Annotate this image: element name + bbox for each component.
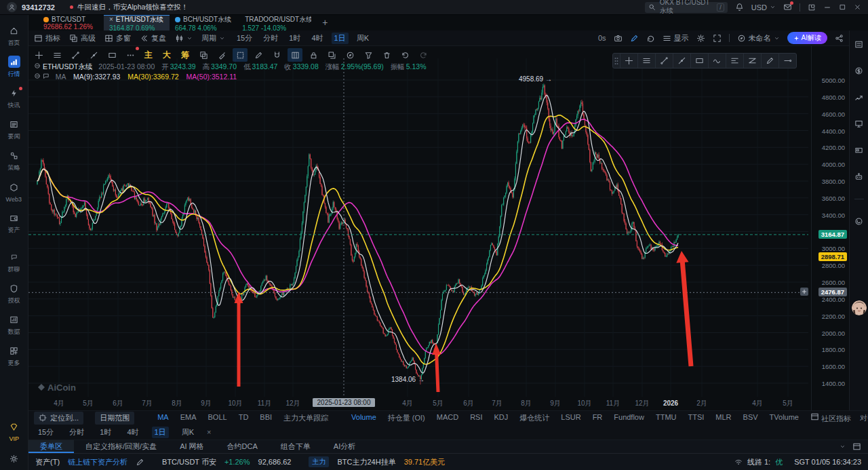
rail-trend-button[interactable] — [854, 93, 863, 102]
timeframe-chip-周K[interactable]: 周K — [179, 427, 197, 438]
float-tool-fib2[interactable] — [743, 54, 761, 68]
fullscreen-icon[interactable] — [713, 34, 722, 43]
symbol-tab-tradoor-usdt-[interactable]: TRADOOR/USDT永续1.527 -14.03% — [237, 15, 311, 31]
ma-settings-icon[interactable] — [43, 73, 50, 79]
template-selector[interactable]: 未命名 — [737, 33, 780, 43]
sidebar-item-news[interactable]: 要闻 — [0, 114, 28, 145]
chart-type-selector[interactable] — [175, 34, 193, 43]
symbol-tab-bch-usdt-[interactable]: BCH/USDT永续664.78 4.06% — [170, 15, 237, 31]
sidebar-item-data[interactable]: 数据 — [0, 309, 28, 340]
timeframe-chip-4时[interactable]: 4时 — [309, 33, 326, 44]
draw-tool-主[interactable]: 主 — [141, 48, 156, 62]
announcement-text[interactable]: 牛回速归，币安Alpha领惊喜空投！ — [77, 3, 188, 12]
user-avatar[interactable] — [7, 2, 17, 12]
toolbar-button-grid[interactable]: 多窗 — [104, 33, 131, 43]
timeframe-chip-1日[interactable]: 1日 — [332, 33, 349, 44]
search-box[interactable]: OKX BTC/USDT 永续 / — [645, 2, 728, 13]
toolbar-drag-handle[interactable] — [613, 54, 620, 68]
locate-button[interactable]: 定位到... — [34, 412, 83, 425]
indicator-fundflow[interactable]: Fundflow — [614, 413, 644, 423]
rail-coin-button[interactable] — [854, 66, 863, 75]
sidebar-item-vip[interactable]: VIP — [0, 416, 28, 447]
date-range-button[interactable]: 日期范围 — [95, 412, 134, 425]
overlay-ma[interactable]: MA — [157, 413, 169, 423]
draw-tool-select[interactable] — [233, 48, 248, 62]
indicator-mlr[interactable]: MLR — [715, 413, 731, 423]
draw-tool-trash[interactable] — [379, 48, 394, 62]
panel-icon[interactable] — [852, 442, 861, 451]
sidebar-item-chat[interactable]: 群聊 — [0, 247, 28, 278]
line-label[interactable]: 线路 1: — [747, 457, 770, 467]
timeframe-chip-15分[interactable]: 15分 — [35, 427, 56, 438]
draw-tool-magnet[interactable] — [269, 48, 284, 62]
indicator-rsi[interactable]: RSI — [470, 413, 482, 423]
edit-icon[interactable] — [136, 458, 144, 467]
float-tool-pencil[interactable] — [761, 54, 778, 68]
indicator-持仓量-oi-[interactable]: 持仓量 (OI) — [388, 413, 425, 423]
sidebar-item-wallet[interactable]: 资产 — [0, 208, 28, 239]
ai-analysis-button[interactable]: AI解读 — [787, 32, 827, 44]
rail-monitor-button[interactable] — [854, 119, 863, 128]
toolbar-button-pages[interactable]: 高级 — [69, 33, 96, 43]
draw-tool-copy[interactable] — [324, 48, 339, 62]
timeframe-chip-1时[interactable]: 1时 — [286, 33, 303, 44]
rail-robot-button[interactable] — [854, 172, 863, 181]
chevdown-icon[interactable] — [840, 444, 846, 450]
user-id[interactable]: 93412732 — [22, 3, 55, 12]
gear-icon[interactable] — [696, 34, 705, 43]
indicator-volume[interactable]: Volume — [351, 413, 376, 423]
screenshot-icon[interactable] — [808, 3, 816, 12]
draw-tool-undo[interactable] — [397, 48, 412, 62]
price-axis[interactable]: 1400.001600.001800.002000.002200.002400.… — [811, 43, 849, 410]
indicator-bsv[interactable]: BSV — [743, 413, 758, 423]
draw-tool-funnel[interactable] — [361, 48, 376, 62]
symbol-tab-eth-usdt-[interactable]: ×ETH/USDT永续3164.87 0.69% — [104, 15, 170, 31]
assets-label[interactable]: 资产(T) — [35, 457, 60, 467]
display-settings[interactable]: 显示 — [663, 33, 689, 43]
panel-tab-组合下单[interactable]: 组合下单 — [269, 440, 322, 453]
draw-tool-dots[interactable] — [123, 48, 138, 62]
sidebar-item-strategy[interactable]: 策略 — [0, 145, 28, 176]
sidebar-item-more[interactable]: 更多 — [0, 340, 28, 372]
rail-card-button[interactable] — [854, 146, 863, 155]
panel-tab-合约DCA[interactable]: 合约DCA — [216, 440, 269, 453]
draw-tool-line[interactable] — [68, 48, 83, 62]
panel-tab-委单区[interactable]: 委单区 — [28, 440, 74, 453]
draw-tool-redo[interactable] — [416, 48, 431, 62]
period-selector[interactable]: 周期 — [201, 33, 225, 43]
overlay-td[interactable]: TD — [239, 413, 249, 423]
user-avatar-image[interactable] — [852, 300, 867, 315]
float-tool-cursor[interactable] — [620, 54, 637, 68]
tab-close-icon[interactable]: × — [109, 17, 113, 22]
sidebar-item-flash[interactable]: 快讯 — [0, 83, 28, 114]
overlay-ema[interactable]: EMA — [180, 413, 197, 423]
switch-社区指标[interactable]: 社区指标 — [810, 412, 851, 424]
float-tool-fib[interactable] — [726, 54, 743, 68]
indicator-爆仓统计[interactable]: 爆仓统计 — [519, 413, 549, 423]
sidebar-item-web3[interactable]: Web3 — [0, 176, 28, 208]
overlay-boll[interactable]: BOLL — [208, 413, 227, 423]
float-tool-wave[interactable] — [708, 54, 726, 68]
indicator-ttmu[interactable]: TTMU — [656, 413, 677, 423]
timeframe-chip-分时[interactable]: 分时 — [260, 33, 281, 44]
camera-icon[interactable] — [614, 34, 623, 43]
draw-tool-pages[interactable] — [196, 48, 211, 62]
draw-tool-compass[interactable] — [342, 48, 357, 62]
toolbar-button-panel[interactable]: 指标 — [34, 33, 60, 43]
indicator-lsur[interactable]: LSUR — [561, 413, 580, 423]
toolbar-button-replay[interactable]: 复盘 — [140, 33, 166, 43]
main-force-badge[interactable]: 主力 — [309, 456, 329, 467]
sidebar-item-auth[interactable]: 授权 — [0, 278, 28, 309]
share-icon[interactable] — [835, 34, 844, 43]
draw-tool-ray[interactable] — [86, 48, 101, 62]
mail-button[interactable] — [783, 3, 792, 12]
currency-selector[interactable]: USD — [751, 3, 776, 12]
close-timeframe-icon[interactable]: × — [207, 428, 211, 436]
indicator-macd[interactable]: MACD — [437, 413, 458, 423]
draw-tool-pencil[interactable] — [251, 48, 266, 62]
indicator-tvolume[interactable]: TVolume — [770, 413, 799, 423]
indicator-fr[interactable]: FR — [593, 413, 603, 423]
overlay-主力大单跟踪[interactable]: 主力大单跟踪 — [283, 413, 328, 423]
collapse-icon[interactable] — [34, 73, 41, 79]
panel-tab-AI分析[interactable]: AI分析 — [322, 440, 367, 453]
